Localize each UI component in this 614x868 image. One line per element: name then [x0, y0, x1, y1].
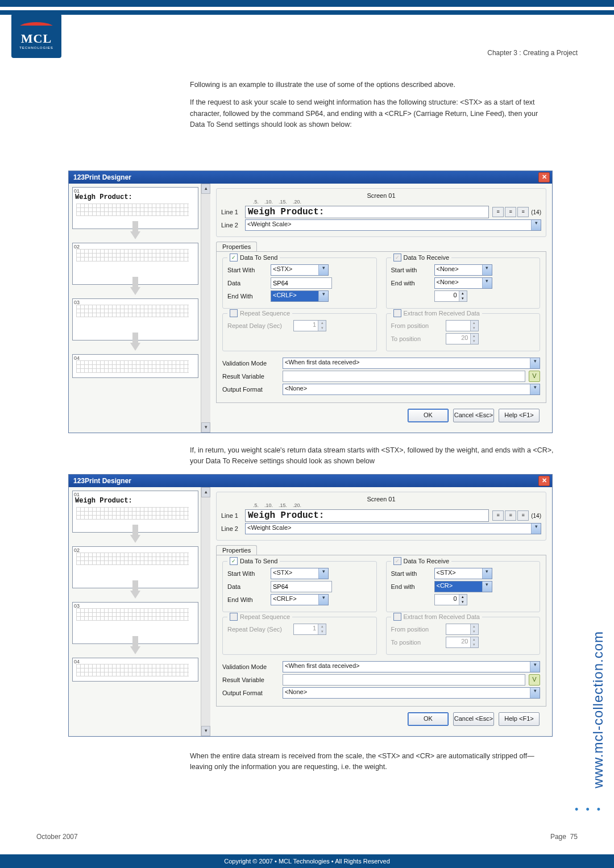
send-start-combo[interactable]: <STX>▾	[271, 264, 329, 276]
side-url: www.mcl-collection.com	[590, 631, 606, 788]
preview-scrollbar[interactable]: ▴ ▾	[201, 487, 210, 736]
group-data-to-receive: ✓Data To Receive Start with <None>▾ End …	[386, 258, 541, 309]
chevron-down-icon: ▾	[530, 384, 540, 394]
recv-end-combo[interactable]: <CR>▾	[434, 581, 492, 592]
copyright-bar: Copyright © 2007 • MCL Technologies • Al…	[0, 854, 614, 868]
help-button[interactable]: Help <F1>	[499, 409, 540, 422]
recv-start-combo[interactable]: <None>▾	[434, 264, 492, 276]
line1-label: Line 1	[221, 209, 245, 215]
chevron-down-icon: ▾	[318, 291, 328, 301]
screen-legend: Screen 01	[364, 192, 397, 199]
chevron-down-icon: ▾	[530, 662, 540, 672]
send-end-combo[interactable]: <CRLF>▾	[271, 290, 329, 302]
line1-text[interactable]: Weigh Product:	[245, 206, 489, 218]
cancel-button[interactable]: Cancel <Esc>	[453, 712, 494, 726]
line2-combo[interactable]: <Weight Scale>▾	[245, 219, 541, 231]
screen-preview-pane: 01 Weigh Product: 02 03 04	[69, 487, 201, 736]
repeat-delay-spinner: 1▴▾	[293, 624, 326, 635]
result-variable-input[interactable]	[283, 371, 525, 382]
chevron-down-icon: ▾	[318, 595, 328, 605]
scroll-up-icon[interactable]: ▴	[201, 487, 210, 497]
validation-mode-combo[interactable]: <When first data received>▾	[283, 661, 540, 672]
recv-checkbox: ✓	[393, 557, 401, 565]
scroll-down-icon[interactable]: ▾	[201, 422, 210, 433]
output-format-combo[interactable]: <None>▾	[283, 687, 540, 699]
paragraph-conclusion: When the entire data stream is received …	[190, 751, 554, 773]
align-left-icon[interactable]: ≡	[492, 207, 504, 217]
screen-thumb-04[interactable]: 04	[72, 658, 198, 682]
designer-dialog-2: 123Print Designer ✕ 01 Weigh Product: 02…	[68, 474, 553, 737]
dialog-title: 123Print Designer	[73, 477, 131, 485]
paragraph-send-explain: If the request to ask your scale to send…	[190, 97, 554, 130]
chevron-down-icon[interactable]: ▾	[531, 220, 541, 230]
arrow-down-icon	[130, 535, 140, 543]
chevron-down-icon: ▾	[482, 568, 492, 579]
ruler: .5. .10. .15. .20.	[247, 199, 541, 205]
screen-preview-pane: 01 Weigh Product: 02 03 04	[69, 184, 201, 433]
extract-checkbox[interactable]	[393, 309, 401, 317]
arrow-down-icon	[130, 287, 140, 295]
send-end-combo[interactable]: <CRLF>▾	[271, 594, 329, 605]
align-right-icon[interactable]: ≡	[517, 510, 529, 521]
align-center-icon[interactable]: ≡	[505, 510, 516, 521]
chevron-down-icon[interactable]: ▾	[531, 524, 541, 534]
recv-length-spinner[interactable]: 0▴▾	[434, 290, 467, 302]
result-variable-input[interactable]	[283, 674, 525, 686]
close-icon[interactable]: ✕	[538, 476, 550, 486]
send-data-input[interactable]	[271, 277, 332, 289]
close-icon[interactable]: ✕	[538, 172, 550, 182]
line2-label: Line 2	[221, 525, 245, 532]
repeat-checkbox[interactable]	[230, 309, 238, 317]
align-right-icon[interactable]: ≡	[517, 207, 529, 217]
variable-picker-button[interactable]: V	[529, 371, 540, 382]
logo-subtext: TECHNOLOGIES	[19, 46, 53, 49]
ok-button[interactable]: OK	[408, 712, 449, 726]
chevron-down-icon: ▾	[482, 265, 492, 275]
line1-text[interactable]: Weigh Product:	[245, 509, 489, 522]
extract-to-spinner: 20▴▾	[446, 637, 479, 648]
tab-properties[interactable]: Properties	[216, 242, 257, 251]
group-extract-data: Extract from Received Data From position…	[386, 313, 541, 351]
align-center-icon[interactable]: ≡	[505, 207, 516, 217]
validation-mode-combo[interactable]: <When first data received>▾	[283, 358, 540, 369]
side-dots-icon: • • •	[575, 804, 603, 816]
screen-thumb-04[interactable]: 04	[72, 354, 198, 378]
chevron-down-icon: ▾	[530, 358, 540, 368]
logo-text: MCL	[21, 31, 52, 46]
tab-properties[interactable]: Properties	[216, 545, 257, 555]
designer-dialog-1: 123Print Designer ✕ 01 Weigh Product: 02…	[68, 171, 553, 433]
extract-from-spinner: ▴▾	[446, 624, 479, 635]
recv-start-combo[interactable]: <STX>▾	[434, 568, 492, 579]
send-data-input[interactable]	[271, 581, 332, 592]
group-extract-data: Extract from Received Data From position…	[386, 617, 541, 655]
group-data-to-send: ✓Data To Send Start With <STX>▾ Data End…	[222, 561, 377, 612]
cancel-button[interactable]: Cancel <Esc>	[453, 409, 494, 422]
send-start-combo[interactable]: <STX>▾	[271, 568, 329, 579]
recv-length-spinner[interactable]: 0▴▾	[434, 594, 467, 605]
scroll-down-icon[interactable]: ▾	[201, 726, 210, 736]
footer-date: October 2007	[36, 833, 78, 841]
extract-checkbox[interactable]	[393, 613, 401, 621]
chevron-down-icon: ▾	[318, 265, 328, 275]
variable-picker-button[interactable]: V	[529, 674, 540, 686]
chevron-down-icon: ▾	[482, 278, 492, 288]
help-button[interactable]: Help <F1>	[499, 712, 540, 726]
repeat-checkbox[interactable]	[230, 613, 238, 621]
line2-label: Line 2	[221, 222, 245, 229]
line2-combo[interactable]: <Weight Scale>▾	[245, 523, 541, 534]
send-checkbox[interactable]: ✓	[230, 254, 238, 261]
extract-to-spinner: 20▴▾	[446, 333, 479, 344]
arrow-down-icon	[130, 343, 140, 351]
preview-scrollbar[interactable]: ▴ ▾	[201, 184, 210, 433]
line1-label: Line 1	[221, 512, 245, 519]
send-checkbox[interactable]: ✓	[230, 557, 238, 565]
extract-from-spinner: ▴▾	[446, 320, 479, 331]
group-repeat-sequence: Repeat Sequence Repeat Delay (Sec) 1▴▾	[222, 617, 377, 655]
arrow-down-icon	[130, 646, 140, 654]
align-left-icon[interactable]: ≡	[492, 510, 504, 521]
screen-legend: Screen 01	[364, 496, 397, 502]
scroll-up-icon[interactable]: ▴	[201, 184, 210, 194]
recv-end-combo[interactable]: <None>▾	[434, 277, 492, 289]
output-format-combo[interactable]: <None>▾	[283, 384, 540, 395]
ok-button[interactable]: OK	[408, 409, 449, 422]
